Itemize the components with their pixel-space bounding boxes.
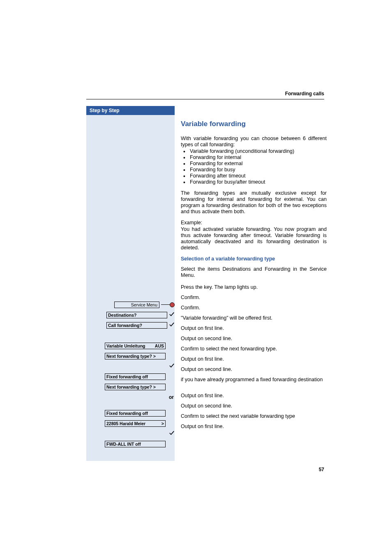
- step-text: Output on first line.: [181, 424, 224, 430]
- select-items-paragraph: Select the items Destinations and Forwar…: [181, 266, 327, 279]
- menu-box-next-type: Next forwarding type? >: [105, 353, 166, 359]
- step-output-second-2: Output on second line.: [181, 366, 327, 373]
- menu-box-variable-umleitung: Variable Umleitung AUS: [105, 343, 166, 349]
- checkmark-icon: [169, 430, 175, 438]
- main-title: Variable forwarding: [181, 120, 327, 128]
- menu-right: AUS: [155, 343, 164, 348]
- menu-right: >: [161, 421, 164, 426]
- step-text: Output on second line.: [181, 336, 232, 342]
- sidebar-row-fwd-all-int: FWD-ALL INT off: [86, 439, 175, 449]
- menu-box-service-menu: Service Menu: [114, 302, 159, 308]
- list-item: Forwarding for internal: [181, 154, 327, 161]
- sidebar-row-next-type-1: Next forwarding type? >: [86, 351, 175, 361]
- step-confirm-1: Confirm.: [181, 295, 327, 302]
- step-output-second-1: Output on second line.: [181, 336, 327, 343]
- key-line: [161, 304, 170, 305]
- step-text: Confirm to select the next variable forw…: [181, 413, 295, 419]
- sidebar-title: Step by Step: [90, 108, 120, 113]
- menu-left: 22805 Harald Meier: [106, 421, 145, 426]
- sidebar-row-fixed-off-2: Fixed forwarding off: [86, 408, 175, 418]
- or-label: or: [169, 394, 174, 400]
- page-number: 57: [319, 467, 324, 472]
- checkmark-icon: [169, 311, 175, 319]
- sidebar-row-next-type-2: Next forwarding type? >: [86, 382, 175, 392]
- forwarding-types-list: Variable forwarding (unconditional forwa…: [181, 148, 327, 185]
- sidebar-row-check-only-2: [86, 428, 175, 439]
- step-text: Output on second line.: [181, 366, 232, 373]
- step-text: Output on first line.: [181, 393, 224, 399]
- header-section-label: Forwarding calls: [285, 91, 324, 97]
- menu-box-fixed-off: Fixed forwarding off: [105, 373, 166, 380]
- sidebar-row-blank: [86, 330, 175, 341]
- sidebar-row-service-menu: Service Menu: [86, 299, 175, 310]
- sidebar-row-or: or: [86, 392, 175, 402]
- page-header: Forwarding calls: [86, 91, 324, 99]
- sidebar-row-harald-meier: 22805 Harald Meier >: [86, 418, 175, 428]
- sidebar-row-call-forwarding: Call forwarding?: [86, 320, 175, 330]
- step-confirm-next-1: Confirm to select the next forwarding ty…: [181, 346, 327, 353]
- example-paragraph: You had activated variable forwarding. Y…: [181, 226, 327, 251]
- step-text: Output on first line.: [181, 325, 224, 332]
- menu-box-call-forwarding: Call forwarding?: [106, 322, 167, 329]
- sidebar-row-check-only: [86, 361, 175, 371]
- step-confirm-next-variable: Confirm to select the next variable forw…: [181, 413, 327, 420]
- step-output-first-1: Output on first line.: [181, 325, 327, 332]
- example-label: Example:: [181, 220, 327, 226]
- step-output-first-3: Output on first line.: [181, 393, 327, 400]
- intro-paragraph: With variable forwarding you can choose …: [181, 136, 327, 148]
- step-or-programmed: if you have already programmed a fixed f…: [181, 377, 327, 389]
- main-content: Variable forwarding With variable forwar…: [181, 120, 327, 434]
- sidebar-row-variable-umleitung: Variable Umleitung AUS: [86, 341, 175, 351]
- list-item: Forwarding for external: [181, 161, 327, 167]
- list-item: Forwarding for busy/after timeout: [181, 179, 327, 185]
- step-text: "Variable forwarding" will be offered fi…: [181, 315, 272, 321]
- step-confirm-2: Confirm.: [181, 305, 327, 312]
- menu-box-harald-meier: 22805 Harald Meier >: [105, 420, 166, 427]
- sidebar-title-bar: Step by Step: [86, 106, 175, 115]
- step-text: Confirm.: [181, 295, 200, 301]
- sidebar-row-destinations: Destinations?: [86, 310, 175, 320]
- menu-box-destinations: Destinations?: [106, 312, 167, 318]
- exclusive-paragraph: The forwarding types are mutually exclus…: [181, 190, 327, 215]
- key-icon: [161, 302, 175, 307]
- menu-left: Variable Umleitung: [106, 343, 145, 348]
- checkmark-icon: [169, 322, 175, 329]
- step-output-first-2: Output on first line.: [181, 356, 327, 363]
- sub-heading: Selection of a variable forwarding type: [181, 256, 327, 262]
- list-item: Variable forwarding (unconditional forwa…: [181, 148, 327, 154]
- checkmark-icon: [169, 363, 175, 370]
- menu-box-fwd-all-int: FWD-ALL INT off: [105, 441, 166, 447]
- sidebar-row-fixed-off-1: Fixed forwarding off: [86, 371, 175, 382]
- list-item: Forwarding for busy: [181, 167, 327, 173]
- list-item: Forwarding after timeout: [181, 173, 327, 179]
- sidebar-row-blank-short: [86, 402, 175, 408]
- step-text: Confirm.: [181, 305, 200, 311]
- step-output-second-3: Output on second line.: [181, 403, 327, 410]
- key-lamp-icon: [170, 302, 175, 307]
- step-text: Output on second line.: [181, 403, 232, 409]
- step-text: Confirm to select the next forwarding ty…: [181, 346, 277, 352]
- step-offered-first: "Variable forwarding" will be offered fi…: [181, 315, 327, 322]
- sidebar-elements: Service Menu Destinations? Call forwardi…: [86, 299, 175, 449]
- step-text: Press the key. The lamp lights up.: [181, 284, 258, 290]
- menu-box-next-type: Next forwarding type? >: [105, 384, 166, 390]
- step-text: Output on first line.: [181, 356, 224, 362]
- step-text: if you have already programmed a fixed f…: [181, 377, 323, 383]
- step-output-first-4: Output on first line.: [181, 424, 327, 431]
- step-press-key: Press the key. The lamp lights up.: [181, 284, 327, 291]
- menu-box-fixed-off: Fixed forwarding off: [105, 410, 166, 417]
